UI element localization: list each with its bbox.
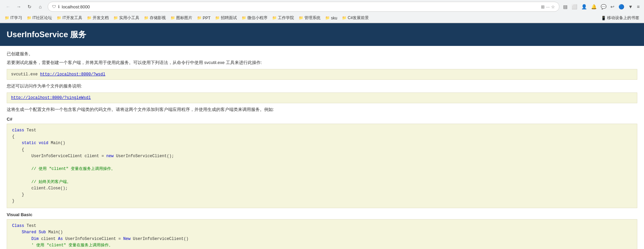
bookmark-label: IT社区论坛: [33, 15, 52, 21]
bookmark-interview[interactable]: 📁 招聘面试: [213, 14, 239, 21]
mobile-bookmarks[interactable]: 📱 移动设备上的书签: [599, 14, 641, 21]
vb-comment-1: ' 使用 "client" 变量在服务上调用操作。: [32, 243, 113, 248]
bookmark-label: IT学习: [10, 15, 22, 21]
home-button[interactable]: ⌂: [36, 2, 45, 11]
csharp-code-block: class Test { static void Main() { UserIn…: [7, 124, 637, 208]
single-wsdl-link[interactable]: http://localhost:8000/?singleWsdl: [11, 96, 91, 100]
folder-icon: 📁: [272, 16, 277, 20]
page-content: 已创建服务。 若要测试此服务，需要创建一个客户端，并将其用于使用此服务。可以使用…: [0, 46, 644, 249]
folder-icon: 📁: [342, 16, 347, 20]
intro-text-1: 已创建服务。: [7, 51, 637, 57]
code-line-1: class Test: [12, 127, 632, 134]
address-bar-actions: ⊞ ··· ☆: [541, 4, 555, 9]
browser-toolbar: ← → ↻ ⌂ 🛡 ℹ ⊞ ··· ☆ ▤ ⬜ 👤 🔔 💬 ↩ 🔵 ▼ ≡: [0, 0, 644, 13]
info-icon: ℹ: [58, 4, 60, 9]
bookmark-label: 微信小程序: [247, 15, 267, 21]
bookmark-small-tools[interactable]: 📁 实用小工具: [111, 14, 141, 21]
bookmark-label: 招聘面试: [221, 15, 237, 21]
bookmark-icons[interactable]: 📁 图标图片: [168, 14, 194, 21]
vb-line-3: Dim client As UserInfoServiceClient = Ne…: [12, 236, 632, 242]
bookmark-label: PPT: [203, 16, 210, 20]
page-title: UserInfoService 服务: [7, 30, 86, 39]
folder-icon: 📁: [144, 16, 149, 20]
vb-code-block: Class Test Shared Sub Main() Dim client …: [7, 219, 637, 249]
bookmark-storage[interactable]: 📁 存储影视: [142, 14, 168, 21]
dropdown-icon[interactable]: ▼: [627, 3, 634, 10]
shield-icon: 🛡: [52, 4, 56, 9]
folder-icon: 📁: [325, 16, 330, 20]
mobile-icon: 📱: [601, 16, 606, 20]
nav-buttons: ← → ↻ ⌂: [3, 2, 45, 11]
more-icon[interactable]: ···: [546, 4, 550, 9]
folder-icon: 📁: [170, 16, 175, 20]
bookmark-label: IT开发工具: [62, 15, 82, 21]
code-line-4: {: [12, 147, 632, 153]
vb-keyword-dim: Dim: [32, 237, 39, 241]
vb-keyword-class: Class: [12, 224, 24, 228]
menu-icon[interactable]: ≡: [636, 3, 641, 10]
favorites-icon[interactable]: 🔔: [590, 3, 598, 10]
bookmark-label: 开发文档: [93, 15, 109, 21]
bookmark-miniapp[interactable]: 📁 微信小程序: [240, 14, 269, 21]
bookmark-it-study[interactable]: 📁 IT学习: [3, 14, 24, 21]
intro-text-3: 您还可以访问作为单个文件的服务说明:: [7, 83, 637, 89]
bookmark-csharp[interactable]: 📁 C#发展前景: [340, 14, 371, 21]
keyword-class: class: [12, 128, 24, 133]
page-header: UserInfoService 服务: [0, 23, 644, 46]
vb-line-2: Shared Sub Main(): [12, 229, 632, 236]
address-bar-wrapper: 🛡 ℹ ⊞ ··· ☆: [48, 2, 559, 12]
bookmark-label: 管理系统: [304, 15, 320, 21]
folder-icon: 📁: [113, 16, 118, 20]
tab-icon[interactable]: ⬜: [571, 3, 578, 10]
code-line-blank1: [12, 160, 632, 166]
folder-icon: 📁: [197, 16, 202, 20]
star-icon[interactable]: ☆: [551, 4, 555, 9]
bookmark-mgmt[interactable]: 📁 管理系统: [297, 14, 323, 21]
chat-icon[interactable]: 💬: [600, 3, 607, 10]
bookmark-label: 图标图片: [176, 15, 192, 21]
code-line-brace1: }: [12, 192, 632, 198]
address-input[interactable]: [62, 4, 539, 9]
bookmark-sku[interactable]: 📁 sku: [323, 15, 339, 21]
bookmark-it-community[interactable]: 📁 IT社区论坛: [25, 14, 54, 21]
bookmark-dev-docs[interactable]: 📁 开发文档: [85, 14, 111, 21]
code-line-2: {: [12, 134, 632, 140]
code-line-blank2: [12, 172, 632, 179]
intro-text-4: 这将生成一个配置文件和一个包含客户端类的代码文件。请将这两个文件添加到客户端应用…: [7, 107, 637, 113]
folder-icon: 📁: [57, 16, 61, 20]
code-line-brace2: }: [12, 198, 632, 204]
bookmark-work-school[interactable]: 📁 工作学院: [270, 14, 296, 21]
folder-icon: 📁: [27, 16, 32, 20]
csharp-label: C#: [7, 117, 637, 122]
bookmark-it-tools[interactable]: 📁 IT开发工具: [55, 14, 84, 21]
folder-icon: 📁: [242, 16, 246, 20]
cmd-block-wsdl: svcutil.exe http://localhost:8000/?wsdl: [7, 69, 637, 80]
intro-text-2: 若要测试此服务，需要创建一个客户端，并将其用于使用此服务。可以使用下列语法，从命…: [7, 60, 637, 66]
folder-icon: 📁: [299, 16, 303, 20]
bookmark-label: 实用小工具: [119, 15, 139, 21]
edge-icon[interactable]: 🔵: [617, 3, 625, 10]
undo-icon[interactable]: ↩: [609, 3, 615, 10]
vb-line-4: ' 使用 "client" 变量在服务上调用操作。: [12, 242, 632, 249]
code-line-5: UserInfoServiceClient client = new UserI…: [12, 153, 632, 160]
folder-icon: 📁: [87, 16, 92, 20]
folder-icon: 📁: [215, 16, 220, 20]
back-button[interactable]: ←: [3, 2, 13, 11]
grid-icon[interactable]: ⊞: [541, 4, 545, 9]
bookmarks-bar: 📁 IT学习 📁 IT社区论坛 📁 IT开发工具 📁 开发文档 📁 实用小工具 …: [0, 13, 644, 23]
comment-2: // 始终关闭客户端。: [32, 180, 71, 184]
collections-icon[interactable]: ▤: [562, 3, 568, 10]
forward-button[interactable]: →: [14, 2, 23, 11]
wsdl-link[interactable]: http://localhost:8000/?wsdl: [40, 72, 105, 77]
browser-chrome: ← → ↻ ⌂ 🛡 ℹ ⊞ ··· ☆ ▤ ⬜ 👤 🔔 💬 ↩ 🔵 ▼ ≡: [0, 0, 644, 23]
vb-keyword-as: As: [58, 237, 63, 241]
vb-line-1: Class Test: [12, 223, 632, 229]
keyword-new: new: [106, 154, 114, 159]
browser-right-icons: ▤ ⬜ 👤 🔔 💬 ↩ 🔵 ▼ ≡: [562, 3, 641, 10]
bookmark-label: sku: [331, 16, 337, 20]
code-line-3: static void Main(): [12, 140, 632, 146]
profile-icon[interactable]: 👤: [580, 3, 588, 10]
reload-button[interactable]: ↻: [25, 2, 34, 11]
code-line-comment1: // 使用 "client" 变量在服务上调用操作。: [12, 166, 632, 172]
bookmark-ppt[interactable]: 📁 PPT: [195, 15, 212, 21]
